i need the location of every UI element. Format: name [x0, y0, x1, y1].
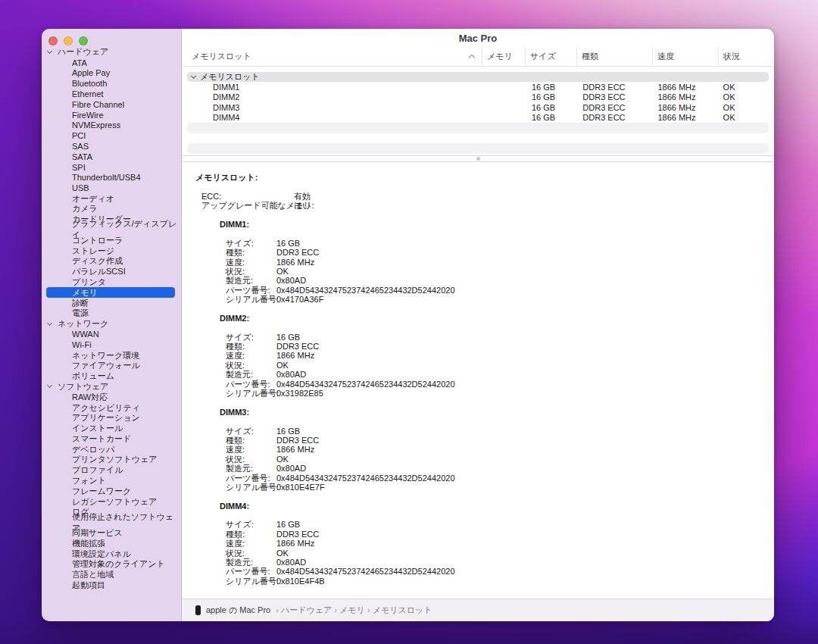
- cell-speed: 1866 MHz: [653, 113, 718, 122]
- table-row[interactable]: DIMM116 GBDDR3 ECC1866 MHzOK: [187, 82, 769, 92]
- chevron-down-icon[interactable]: [47, 48, 52, 54]
- sidebar-item[interactable]: Fibre Channel: [42, 99, 181, 110]
- sidebar-item[interactable]: 環境設定パネル: [42, 549, 181, 559]
- sidebar-item[interactable]: パラレルSCSI: [42, 267, 181, 277]
- dimm-field-line: サイズ:16 GB: [195, 239, 774, 248]
- dimm-field-line: 速度:1866 MHz: [195, 258, 774, 267]
- table-row[interactable]: DIMM416 GBDDR3 ECC1866 MHzOK: [187, 113, 769, 123]
- field-label: サイズ:: [226, 520, 276, 529]
- sidebar-item[interactable]: プリンタソフトウェア: [42, 455, 181, 465]
- sidebar-item[interactable]: SATA: [42, 152, 181, 162]
- field-label: 状況:: [226, 549, 276, 558]
- sidebar-item[interactable]: フレームワーク: [42, 486, 181, 496]
- sidebar-item[interactable]: 管理対象のクライアント: [42, 559, 181, 570]
- sidebar-item[interactable]: SAS: [42, 141, 181, 152]
- sidebar-section-label: ハードウェア: [58, 47, 108, 58]
- blank-line: [195, 304, 774, 313]
- field-label: 速度:: [226, 445, 276, 454]
- sidebar-item[interactable]: ネットワーク環境: [42, 350, 181, 361]
- sidebar-item[interactable]: Ethernet: [42, 89, 181, 99]
- table-row[interactable]: DIMM216 GBDDR3 ECC1866 MHzOK: [187, 92, 769, 103]
- blank-line: [195, 492, 774, 501]
- cell-status: OK: [719, 83, 769, 92]
- sidebar-item[interactable]: 言語と地域: [42, 570, 181, 580]
- sidebar-item-selected[interactable]: メモリ: [46, 287, 175, 298]
- sidebar-item[interactable]: WWAN: [42, 330, 181, 340]
- column-header-memory[interactable]: メモリ: [482, 47, 525, 66]
- table-row[interactable]: DIMM316 GBDDR3 ECC1866 MHzOK: [187, 102, 769, 113]
- sidebar-item[interactable]: USB: [42, 183, 181, 193]
- sidebar-item[interactable]: プリンタ: [42, 277, 181, 288]
- chevron-down-icon[interactable]: [191, 73, 196, 78]
- sidebar-item-label: フォント: [72, 475, 106, 486]
- sidebar-item-label: コントローラ: [72, 235, 123, 246]
- sidebar-item-label: フレームワーク: [72, 486, 131, 497]
- sidebar-item[interactable]: 電源: [42, 308, 181, 319]
- zoom-button[interactable]: [79, 36, 88, 45]
- titlebar[interactable]: Mac Pro: [182, 29, 774, 47]
- sidebar-item-label: 言語と地域: [72, 569, 114, 580]
- sidebar-item[interactable]: ボリューム: [42, 371, 181, 382]
- sidebar-item[interactable]: オーディオ: [42, 193, 181, 204]
- column-header-memory-slot[interactable]: メモリスロット: [182, 47, 482, 66]
- sidebar-item[interactable]: SPI: [42, 162, 181, 173]
- sidebar-item[interactable]: インストール: [42, 424, 181, 434]
- dimm-title: DIMM4:: [195, 502, 774, 511]
- sidebar-item-label: カメラ: [72, 203, 98, 214]
- sidebar-item[interactable]: スマートカード: [42, 433, 181, 444]
- sidebar-item[interactable]: ATA: [42, 58, 181, 68]
- sidebar-section[interactable]: ソフトウェア: [42, 382, 181, 392]
- sidebar-item-label: Thunderbolt/USB4: [72, 173, 141, 182]
- sidebar-item[interactable]: カメラ: [42, 204, 181, 214]
- sidebar-item[interactable]: RAW対応: [42, 392, 181, 402]
- sidebar-item[interactable]: NVMExpress: [42, 120, 181, 131]
- field-value: 有効: [294, 192, 311, 201]
- sidebar-item[interactable]: 機能拡張: [42, 538, 181, 549]
- sidebar-item[interactable]: Bluetooth: [42, 78, 181, 89]
- sidebar-item[interactable]: Wi-Fi: [42, 339, 181, 350]
- sidebar-item-label: プロファイル: [72, 464, 123, 476]
- sidebar-item[interactable]: レガシーソフトウェア: [42, 496, 181, 507]
- sidebar-item[interactable]: プロファイル: [42, 465, 181, 476]
- sidebar-item[interactable]: FireWire: [42, 110, 181, 120]
- sidebar-item[interactable]: 起動項目: [42, 580, 181, 591]
- column-header-speed[interactable]: 速度: [652, 47, 718, 66]
- sidebar-item[interactable]: グラフィックス/ディスプレイ: [42, 225, 181, 236]
- dimm-field-line: 種類:DDR3 ECC: [195, 530, 774, 539]
- field-label: ECC:: [201, 192, 294, 201]
- field-label: パーツ番号:: [226, 474, 276, 483]
- sidebar-item[interactable]: フォント: [42, 476, 181, 486]
- chevron-down-icon[interactable]: [47, 383, 52, 388]
- sidebar-item[interactable]: Apple Pay: [42, 68, 181, 79]
- minimize-button[interactable]: [64, 36, 73, 45]
- field-label: 種類:: [226, 248, 276, 257]
- desktop-wallpaper: ハードウェアATAApple PayBluetoothEthernetFibre…: [0, 0, 818, 644]
- field-label: パーツ番号:: [226, 380, 276, 389]
- sidebar-item[interactable]: ファイアウォール: [42, 361, 181, 371]
- sidebar-item[interactable]: ディスク作成: [42, 256, 181, 267]
- table-group-row[interactable]: メモリスロット: [187, 72, 769, 82]
- sidebar-item[interactable]: 診断: [42, 298, 181, 308]
- sidebar-item[interactable]: ストレージ: [42, 245, 181, 256]
- sidebar-item[interactable]: Thunderbolt/USB4: [42, 173, 181, 183]
- close-button[interactable]: [48, 36, 58, 45]
- sidebar-item[interactable]: PCI: [42, 130, 181, 141]
- sidebar-item[interactable]: デベロッパ: [42, 444, 181, 455]
- dimm-field-line: 状況:OK: [195, 455, 774, 464]
- dimm-field-line: 製造元:0x80AD: [195, 464, 774, 473]
- sidebar-item[interactable]: 使用停止されたソフトウェア: [42, 517, 181, 528]
- column-header-status[interactable]: 状況: [718, 47, 769, 66]
- sidebar-section[interactable]: ネットワーク: [42, 319, 181, 330]
- details-pane[interactable]: メモリスロット:ECC:有効アップグレード可能なメモリ:はいDIMM1:サイズ:…: [182, 162, 774, 599]
- sidebar-item[interactable]: アクセシビリティ: [42, 402, 181, 413]
- sidebar-item[interactable]: アプリケーション: [42, 413, 181, 424]
- sidebar-section[interactable]: ハードウェア: [42, 47, 181, 58]
- pane-splitter[interactable]: [182, 155, 774, 162]
- column-header-type[interactable]: 種類: [576, 47, 652, 66]
- window-title: Mac Pro: [459, 33, 498, 44]
- column-header-size[interactable]: サイズ: [525, 47, 576, 66]
- chevron-down-icon[interactable]: [47, 320, 52, 326]
- sidebar-tree[interactable]: ハードウェアATAApple PayBluetoothEthernetFibre…: [42, 47, 181, 621]
- field-value: 0x80AD: [276, 370, 306, 379]
- blank-line: [195, 417, 774, 426]
